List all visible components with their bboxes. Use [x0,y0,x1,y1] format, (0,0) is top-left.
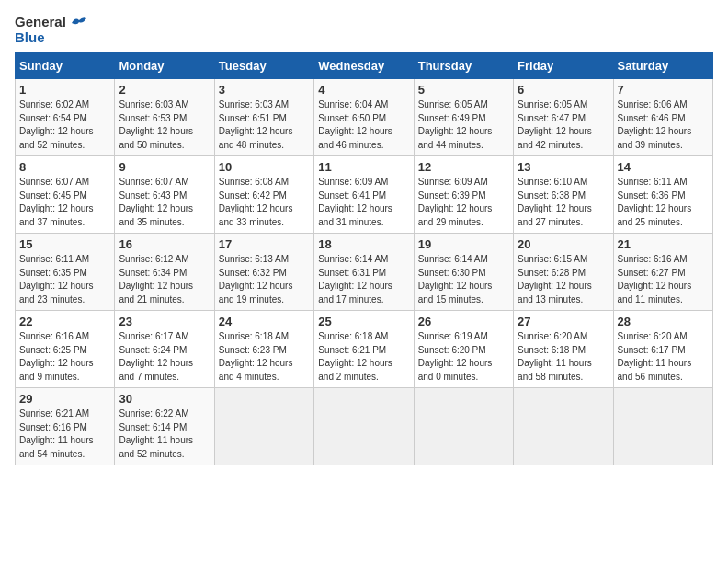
day-header-thursday: Thursday [414,53,513,79]
calendar-cell: 1 Sunrise: 6:02 AMSunset: 6:54 PMDayligh… [16,79,115,156]
day-info: Sunrise: 6:09 AMSunset: 6:41 PMDaylight:… [318,177,392,227]
day-number: 20 [518,237,609,251]
calendar-cell: 23 Sunrise: 6:17 AMSunset: 6:24 PMDaylig… [115,311,214,388]
day-info: Sunrise: 6:11 AMSunset: 6:36 PMDaylight:… [618,177,692,227]
day-number: 6 [518,83,609,97]
calendar-cell: 12 Sunrise: 6:09 AMSunset: 6:39 PMDaylig… [414,156,513,234]
logo: General Blue [15,15,86,45]
calendar-cell: 30 Sunrise: 6:22 AMSunset: 6:14 PMDaylig… [115,388,214,465]
calendar-cell: 9 Sunrise: 6:07 AMSunset: 6:43 PMDayligh… [115,156,214,234]
calendar-cell [214,388,313,465]
day-info: Sunrise: 6:11 AMSunset: 6:35 PMDaylight:… [19,254,94,304]
day-info: Sunrise: 6:18 AMSunset: 6:21 PMDaylight:… [318,331,392,382]
calendar-cell: 15 Sunrise: 6:11 AMSunset: 6:35 PMDaylig… [16,234,115,311]
logo-bird-icon [70,17,86,29]
day-info: Sunrise: 6:05 AMSunset: 6:49 PMDaylight:… [418,99,493,150]
calendar-cell: 14 Sunrise: 6:11 AMSunset: 6:36 PMDaylig… [613,156,712,234]
calendar-cell [514,388,613,465]
header: General Blue [15,15,713,45]
day-number: 26 [418,315,509,328]
day-info: Sunrise: 6:16 AMSunset: 6:25 PMDaylight:… [19,331,94,382]
day-number: 15 [19,237,110,251]
calendar-cell: 17 Sunrise: 6:13 AMSunset: 6:32 PMDaylig… [214,234,313,311]
day-header-friday: Friday [514,53,613,79]
day-number: 24 [219,315,310,328]
day-info: Sunrise: 6:10 AMSunset: 6:38 PMDaylight:… [518,177,592,227]
calendar-cell: 21 Sunrise: 6:16 AMSunset: 6:27 PMDaylig… [613,234,712,311]
day-number: 19 [418,237,509,251]
day-info: Sunrise: 6:05 AMSunset: 6:47 PMDaylight:… [518,99,592,150]
logo-general: General [15,15,86,30]
day-number: 18 [318,237,409,251]
calendar-cell: 13 Sunrise: 6:10 AMSunset: 6:38 PMDaylig… [514,156,613,234]
day-number: 13 [518,160,609,174]
calendar-cell: 3 Sunrise: 6:03 AMSunset: 6:51 PMDayligh… [214,79,313,156]
day-number: 14 [618,160,709,174]
calendar-week-row: 29 Sunrise: 6:21 AMSunset: 6:16 PMDaylig… [16,388,713,465]
day-info: Sunrise: 6:15 AMSunset: 6:28 PMDaylight:… [518,254,592,304]
calendar-cell: 5 Sunrise: 6:05 AMSunset: 6:49 PMDayligh… [414,79,513,156]
day-number: 17 [219,237,310,251]
day-header-sunday: Sunday [16,53,115,79]
day-number: 23 [119,315,210,328]
day-info: Sunrise: 6:12 AMSunset: 6:34 PMDaylight:… [119,254,193,304]
calendar-cell: 20 Sunrise: 6:15 AMSunset: 6:28 PMDaylig… [514,234,613,311]
day-info: Sunrise: 6:03 AMSunset: 6:53 PMDaylight:… [119,99,193,150]
day-number: 10 [219,160,310,174]
calendar-cell: 6 Sunrise: 6:05 AMSunset: 6:47 PMDayligh… [514,79,613,156]
day-number: 27 [518,315,609,328]
calendar-cell: 16 Sunrise: 6:12 AMSunset: 6:34 PMDaylig… [115,234,214,311]
day-info: Sunrise: 6:09 AMSunset: 6:39 PMDaylight:… [418,177,493,227]
day-number: 2 [119,83,210,97]
day-info: Sunrise: 6:18 AMSunset: 6:23 PMDaylight:… [219,331,293,382]
calendar-week-row: 1 Sunrise: 6:02 AMSunset: 6:54 PMDayligh… [16,79,713,156]
calendar-cell: 8 Sunrise: 6:07 AMSunset: 6:45 PMDayligh… [16,156,115,234]
calendar-cell: 25 Sunrise: 6:18 AMSunset: 6:21 PMDaylig… [314,311,414,388]
calendar-table: SundayMondayTuesdayWednesdayThursdayFrid… [15,52,713,465]
calendar-cell: 29 Sunrise: 6:21 AMSunset: 6:16 PMDaylig… [16,388,115,465]
day-info: Sunrise: 6:03 AMSunset: 6:51 PMDaylight:… [219,99,293,150]
calendar-cell: 28 Sunrise: 6:20 AMSunset: 6:17 PMDaylig… [613,311,712,388]
calendar-cell: 10 Sunrise: 6:08 AMSunset: 6:42 PMDaylig… [214,156,313,234]
calendar-cell: 22 Sunrise: 6:16 AMSunset: 6:25 PMDaylig… [16,311,115,388]
calendar-body: 1 Sunrise: 6:02 AMSunset: 6:54 PMDayligh… [16,79,713,465]
day-number: 5 [418,83,509,97]
day-info: Sunrise: 6:13 AMSunset: 6:32 PMDaylight:… [219,254,293,304]
calendar-cell: 4 Sunrise: 6:04 AMSunset: 6:50 PMDayligh… [314,79,414,156]
day-number: 1 [19,83,110,97]
day-number: 16 [119,237,210,251]
day-info: Sunrise: 6:21 AMSunset: 6:16 PMDaylight:… [19,408,94,459]
day-info: Sunrise: 6:02 AMSunset: 6:54 PMDaylight:… [19,99,94,150]
day-info: Sunrise: 6:07 AMSunset: 6:43 PMDaylight:… [119,177,193,227]
calendar-cell: 27 Sunrise: 6:20 AMSunset: 6:18 PMDaylig… [514,311,613,388]
day-header-monday: Monday [115,53,214,79]
day-info: Sunrise: 6:16 AMSunset: 6:27 PMDaylight:… [618,254,692,304]
day-header-wednesday: Wednesday [314,53,414,79]
day-number: 12 [418,160,509,174]
calendar-cell: 2 Sunrise: 6:03 AMSunset: 6:53 PMDayligh… [115,79,214,156]
day-info: Sunrise: 6:14 AMSunset: 6:30 PMDaylight:… [418,254,493,304]
day-number: 29 [19,392,110,406]
day-info: Sunrise: 6:17 AMSunset: 6:24 PMDaylight:… [119,331,193,382]
calendar-week-row: 15 Sunrise: 6:11 AMSunset: 6:35 PMDaylig… [16,234,713,311]
day-info: Sunrise: 6:20 AMSunset: 6:17 PMDaylight:… [618,331,692,382]
calendar-cell [414,388,513,465]
day-number: 28 [618,315,709,328]
day-number: 4 [318,83,409,97]
calendar-cell: 19 Sunrise: 6:14 AMSunset: 6:30 PMDaylig… [414,234,513,311]
calendar-cell [613,388,712,465]
day-number: 3 [219,83,310,97]
calendar-cell: 7 Sunrise: 6:06 AMSunset: 6:46 PMDayligh… [613,79,712,156]
day-number: 7 [618,83,709,97]
calendar-week-row: 22 Sunrise: 6:16 AMSunset: 6:25 PMDaylig… [16,311,713,388]
calendar-cell: 18 Sunrise: 6:14 AMSunset: 6:31 PMDaylig… [314,234,414,311]
day-number: 22 [19,315,110,328]
day-info: Sunrise: 6:04 AMSunset: 6:50 PMDaylight:… [318,99,392,150]
calendar-cell: 11 Sunrise: 6:09 AMSunset: 6:41 PMDaylig… [314,156,414,234]
day-info: Sunrise: 6:14 AMSunset: 6:31 PMDaylight:… [318,254,392,304]
day-number: 11 [318,160,409,174]
day-info: Sunrise: 6:07 AMSunset: 6:45 PMDaylight:… [19,177,94,227]
day-info: Sunrise: 6:19 AMSunset: 6:20 PMDaylight:… [418,331,493,382]
calendar-week-row: 8 Sunrise: 6:07 AMSunset: 6:45 PMDayligh… [16,156,713,234]
calendar-header-row: SundayMondayTuesdayWednesdayThursdayFrid… [16,53,713,79]
